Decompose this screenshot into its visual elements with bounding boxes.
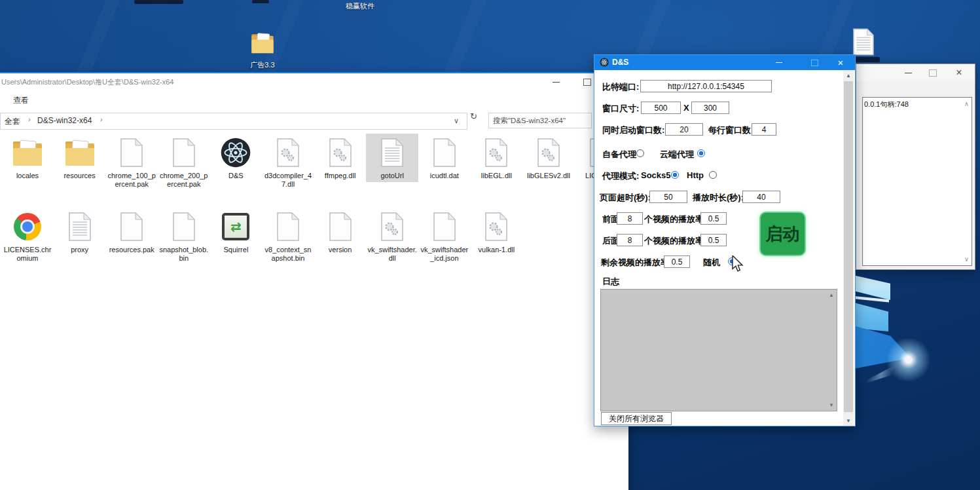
- scrollbar-thumb[interactable]: [844, 81, 853, 412]
- maximize-icon: [929, 69, 937, 77]
- ds-minimize-button[interactable]: [769, 55, 789, 70]
- scrollbar-up-icon[interactable]: ▲: [843, 70, 854, 81]
- file-label: ffmpeg.dll: [314, 170, 367, 182]
- log-maximize-button[interactable]: [922, 66, 944, 80]
- file-label: icudtl.dat: [418, 170, 471, 182]
- file-item[interactable]: ffmpeg.dll: [314, 134, 367, 182]
- file-item[interactable]: vulkan-1.dll: [470, 208, 522, 256]
- port-input[interactable]: [640, 80, 772, 92]
- menu-view[interactable]: 查看: [13, 95, 29, 106]
- log-close-button[interactable]: ×: [948, 66, 970, 80]
- ds-close-button[interactable]: ×: [830, 55, 851, 70]
- page-timeout-input[interactable]: [649, 191, 687, 203]
- remaining-rate-input[interactable]: [664, 255, 690, 268]
- own-proxy-radio[interactable]: [636, 149, 644, 157]
- http-radio[interactable]: [709, 171, 717, 179]
- handle-log-textarea[interactable]: 0.0.1句柄:748 ∧ ∨: [862, 97, 972, 266]
- file-item[interactable]: version: [314, 208, 367, 256]
- explorer-minimize-button[interactable]: [545, 75, 567, 89]
- window-size-label: 窗口尺寸:: [602, 103, 639, 115]
- socks5-radio[interactable]: [671, 171, 679, 179]
- file-item[interactable]: LICENSES.chromium: [1, 208, 54, 265]
- cloud-proxy-radio[interactable]: [697, 149, 705, 157]
- file-icon: [1, 209, 54, 244]
- file-icon: [158, 135, 210, 170]
- file-item[interactable]: vk_swiftshader_icd.json: [418, 208, 471, 265]
- address-dropdown-icon[interactable]: ∨: [454, 117, 459, 125]
- breadcrumb-chevron-icon: ›: [28, 115, 31, 123]
- log-window-titlebar[interactable]: ×: [856, 64, 975, 81]
- window-width-input[interactable]: [641, 102, 681, 114]
- file-item[interactable]: snapshot_blob.bin: [158, 208, 210, 265]
- breadcrumb-root[interactable]: 全套: [5, 116, 20, 127]
- file-item[interactable]: proxy: [54, 208, 106, 256]
- file-item[interactable]: v8_context_snapshot.bin: [262, 208, 314, 265]
- close-all-browsers-button[interactable]: 关闭所有浏览器: [601, 412, 672, 425]
- file-icon: ⇄: [209, 209, 262, 244]
- ds-titlebar[interactable]: D&S ×: [594, 55, 855, 70]
- file-item[interactable]: chrome_100_percent.pak: [105, 134, 158, 191]
- play-duration-input[interactable]: [742, 191, 780, 203]
- random-label: 随机: [703, 257, 720, 269]
- file-item[interactable]: libGLESv2.dll: [522, 134, 575, 182]
- minimize-icon: [905, 73, 912, 73]
- desktop: 稳赢软件 广告3.3 Users\Administrator\Desktop\撸…: [0, 0, 980, 490]
- address-bar[interactable]: 全套 › D&S-win32-x64 › ∨: [0, 113, 467, 130]
- front-count-input[interactable]: [617, 212, 643, 225]
- file-item[interactable]: D&S: [209, 134, 262, 182]
- scrollbar-down-icon[interactable]: ▼: [843, 415, 854, 426]
- ds-scrollbar[interactable]: ▲ ▼: [843, 70, 854, 426]
- breadcrumb-chevron-icon: ›: [100, 115, 103, 123]
- file-label: d3dcompiler_47.dll: [262, 170, 314, 191]
- file-item[interactable]: d3dcompiler_47.dll: [262, 134, 314, 191]
- minimize-icon: [776, 62, 782, 63]
- file-label: v8_context_snapshot.bin: [262, 244, 314, 265]
- file-label: LICENSES.chromium: [1, 244, 54, 265]
- ds-app-window: D&S × 比特端口: 窗口尺寸: X 同时启动窗口数: 每行窗口数: 自备代理…: [594, 54, 856, 426]
- desktop-document-icon[interactable]: [853, 28, 874, 59]
- file-item[interactable]: locales: [1, 134, 54, 182]
- per-row-input[interactable]: [752, 123, 776, 136]
- file-item[interactable]: chrome_200_percent.pak: [158, 134, 210, 191]
- window-height-input[interactable]: [691, 102, 729, 114]
- back-rate-input[interactable]: [700, 234, 727, 246]
- file-item[interactable]: ⇄Squirrel: [209, 208, 262, 256]
- port-label: 比特端口:: [602, 81, 639, 93]
- file-list-area[interactable]: localesresourceschrome_100_percent.pakch…: [0, 132, 628, 490]
- socks5-label: Socks5: [641, 170, 671, 180]
- desktop-folder-label[interactable]: 广告3.3: [240, 60, 285, 70]
- scroll-down-icon[interactable]: ∨: [964, 255, 969, 263]
- refresh-icon[interactable]: ↻: [470, 111, 477, 121]
- file-icon: [262, 135, 314, 170]
- file-icon: [54, 135, 106, 170]
- desktop-icon-label[interactable]: 稳赢软件: [331, 1, 390, 11]
- file-item[interactable]: gotoUrl: [366, 134, 418, 182]
- front-rate-input[interactable]: [700, 212, 727, 225]
- handle-log-text: 0.0.1句柄:748: [864, 100, 909, 109]
- file-label: locales: [1, 170, 54, 182]
- squirrel-icon: ⇄: [222, 213, 249, 240]
- scroll-up-icon[interactable]: ▲: [829, 292, 834, 298]
- scroll-up-icon[interactable]: ∧: [964, 100, 969, 107]
- concurrent-windows-input[interactable]: [665, 123, 703, 136]
- log-minimize-button[interactable]: [897, 66, 919, 80]
- search-input[interactable]: [488, 113, 592, 128]
- file-item[interactable]: resources.pak: [105, 208, 158, 256]
- breadcrumb-current[interactable]: D&S-win32-x64: [37, 116, 92, 125]
- desktop-folder-icon[interactable]: [249, 29, 276, 62]
- start-button[interactable]: 启动: [759, 212, 806, 256]
- scroll-down-icon[interactable]: ▼: [829, 402, 834, 408]
- per-row-label: 每行窗口数:: [708, 124, 753, 136]
- file-icon: [418, 209, 471, 244]
- file-item[interactable]: icudtl.dat: [418, 134, 471, 182]
- page-timeout-label: 页面超时(秒):: [600, 192, 651, 204]
- file-item[interactable]: resources: [54, 134, 106, 182]
- concurrent-windows-label: 同时启动窗口数:: [602, 124, 664, 136]
- ds-maximize-button[interactable]: [804, 55, 825, 70]
- file-item[interactable]: vk_swiftshader.dll: [366, 208, 418, 265]
- back-count-input[interactable]: [617, 234, 643, 246]
- file-icon: [54, 209, 106, 244]
- file-item[interactable]: libEGL.dll: [470, 134, 522, 182]
- log-textarea[interactable]: ▲ ▼: [600, 289, 837, 411]
- explorer-titlebar[interactable]: Users\Administrator\Desktop\撸U全套\D&S-win…: [0, 73, 628, 90]
